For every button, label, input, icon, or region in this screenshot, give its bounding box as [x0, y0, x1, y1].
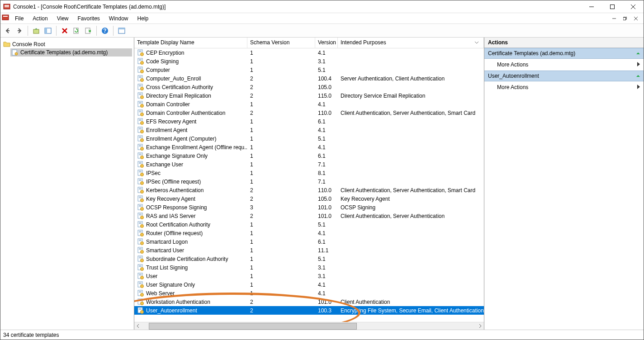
menu-window[interactable]: Window	[104, 14, 133, 23]
table-row[interactable]: Exchange Enrollment Agent (Offline requ.…	[134, 143, 484, 151]
row-name: Computer_Auto_Enroll	[146, 76, 201, 82]
svg-rect-97	[139, 215, 142, 215]
horizontal-scrollbar[interactable]	[134, 322, 484, 330]
row-purposes: Client Authentication, Server Authentica…	[338, 187, 484, 194]
svg-point-58	[141, 130, 144, 133]
list-body[interactable]: CEP Encryption14.1Code Signing13.1Comput…	[134, 48, 484, 322]
table-row[interactable]: User_Autoenrollment2100.3Encrypting File…	[134, 306, 484, 315]
table-row[interactable]: Web Server14.1	[134, 289, 484, 298]
svg-rect-136	[139, 300, 142, 300]
menu-action[interactable]: Action	[28, 14, 52, 23]
table-row[interactable]: RAS and IAS Server2101.0Client Authentic…	[134, 212, 484, 220]
status-text: 34 certificate templates	[3, 332, 59, 338]
row-version: 5.1	[315, 222, 338, 228]
table-row[interactable]: Router (Offline request)14.1	[134, 229, 484, 237]
menu-view[interactable]: View	[52, 14, 73, 23]
svg-point-102	[141, 224, 144, 227]
table-row[interactable]: OCSP Response Signing3101.0OCSP Signing	[134, 203, 484, 212]
row-schema: 2	[247, 110, 315, 116]
col-header-schema[interactable]: Schema Version	[247, 38, 315, 48]
tree-child-node[interactable]: Certificate Templates (ad.demo.mtg)	[10, 48, 132, 57]
close-button[interactable]	[623, 0, 644, 13]
row-name: Smartcard Logon	[146, 239, 188, 245]
table-row[interactable]: Trust List Signing13.1	[134, 263, 484, 272]
table-row[interactable]: Computer15.1	[134, 66, 484, 74]
table-row[interactable]: Code Signing13.1	[134, 57, 484, 66]
row-schema: 2	[247, 299, 315, 305]
row-schema: 1	[247, 247, 315, 254]
mmc-window: Console1 - [Console Root\Certificate Tem…	[0, 0, 644, 340]
titlebar[interactable]: Console1 - [Console Root\Certificate Tem…	[0, 0, 644, 13]
table-row[interactable]: Cross Certification Authority2105.0	[134, 83, 484, 91]
table-row[interactable]: Enrollment Agent14.1	[134, 126, 484, 134]
table-row[interactable]: Enrollment Agent (Computer)15.1	[134, 134, 484, 143]
certificate-template-icon	[137, 298, 144, 306]
svg-rect-117	[139, 258, 142, 258]
menu-favorites[interactable]: Favorites	[73, 14, 104, 23]
col-header-version[interactable]: Version	[315, 38, 338, 48]
svg-rect-92	[139, 205, 142, 206]
actions-section1-header[interactable]: Certificate Templates (ad.demo.mtg)	[484, 48, 644, 59]
table-row[interactable]: EFS Recovery Agent16.1	[134, 117, 484, 126]
scroll-left-arrow[interactable]	[134, 323, 142, 330]
back-button[interactable]	[2, 25, 13, 36]
actions-section2-header[interactable]: User_Autoenrollment	[484, 71, 644, 81]
minimize-button[interactable]	[581, 0, 602, 13]
menu-file[interactable]: File	[10, 14, 28, 23]
view-mode-button[interactable]	[116, 25, 127, 36]
row-schema: 1	[247, 118, 315, 125]
tree-root-node[interactable]: Console Root	[2, 40, 132, 48]
table-row[interactable]: User13.1	[134, 272, 484, 280]
svg-rect-24	[139, 59, 142, 60]
row-name: Subordinate Certification Authority	[146, 256, 228, 262]
table-row[interactable]: CEP Encryption14.1	[134, 48, 484, 57]
actions-section2-more[interactable]: More Actions	[484, 81, 644, 93]
table-row[interactable]: Root Certification Authority15.1	[134, 220, 484, 229]
table-row[interactable]: IPSec (Offline request)17.1	[134, 177, 484, 186]
table-row[interactable]: Exchange Signature Only16.1	[134, 151, 484, 160]
row-name: Kerberos Authentication	[146, 187, 204, 194]
col-header-name[interactable]: Template Display Name	[134, 38, 247, 48]
forward-button[interactable]	[14, 25, 25, 36]
svg-rect-53	[139, 120, 142, 121]
table-row[interactable]: Key Recovery Agent2105.0Key Recovery Age…	[134, 194, 484, 203]
table-row[interactable]: Exchange User17.1	[134, 160, 484, 169]
scroll-thumb[interactable]	[149, 323, 357, 330]
row-version: 5.1	[315, 256, 338, 262]
table-row[interactable]: User Signature Only14.1	[134, 280, 484, 289]
delete-button[interactable]	[59, 25, 70, 36]
child-minimize-button[interactable]	[609, 14, 619, 23]
table-row[interactable]: Workstation Authentication2101.0Client A…	[134, 298, 484, 306]
row-version: 5.1	[315, 67, 338, 73]
col-header-purposes[interactable]: Intended Purposes	[338, 38, 484, 48]
table-row[interactable]: Kerberos Authentication2110.0Client Auth…	[134, 186, 484, 194]
export-list-button[interactable]	[83, 25, 94, 36]
help-button[interactable]: ?	[99, 25, 110, 36]
show-hide-tree-button[interactable]	[43, 25, 53, 36]
table-row[interactable]: Computer_Auto_Enroll2100.4Server Authent…	[134, 74, 484, 83]
row-version: 11.1	[315, 247, 338, 254]
table-row[interactable]: Smartcard Logon16.1	[134, 237, 484, 246]
refresh-button[interactable]	[71, 25, 82, 36]
submenu-arrow-icon	[637, 84, 640, 90]
maximize-button[interactable]	[602, 0, 623, 13]
table-row[interactable]: Directory Email Replication2115.0Directo…	[134, 91, 484, 100]
child-restore-button[interactable]	[620, 14, 630, 23]
row-version: 4.1	[315, 282, 338, 288]
scroll-right-arrow[interactable]	[477, 323, 484, 330]
certificate-template-icon	[137, 281, 144, 288]
menu-help[interactable]: Help	[133, 14, 153, 23]
table-row[interactable]: Domain Controller Authentication2110.0Cl…	[134, 109, 484, 117]
svg-rect-65	[139, 146, 142, 146]
child-close-button[interactable]	[631, 14, 641, 23]
table-row[interactable]: Subordinate Certification Authority15.1	[134, 255, 484, 263]
up-button[interactable]	[31, 25, 42, 36]
actions-section1-more[interactable]: More Actions	[484, 59, 644, 71]
svg-rect-16	[118, 28, 125, 29]
svg-rect-40	[139, 94, 142, 94]
table-row[interactable]: IPSec18.1	[134, 169, 484, 177]
table-row[interactable]: Smartcard User111.1	[134, 246, 484, 255]
table-row[interactable]: Domain Controller14.1	[134, 100, 484, 109]
tree-pane[interactable]: Console Root Certificate Templates (ad.d…	[0, 38, 134, 330]
row-schema: 1	[247, 153, 315, 159]
